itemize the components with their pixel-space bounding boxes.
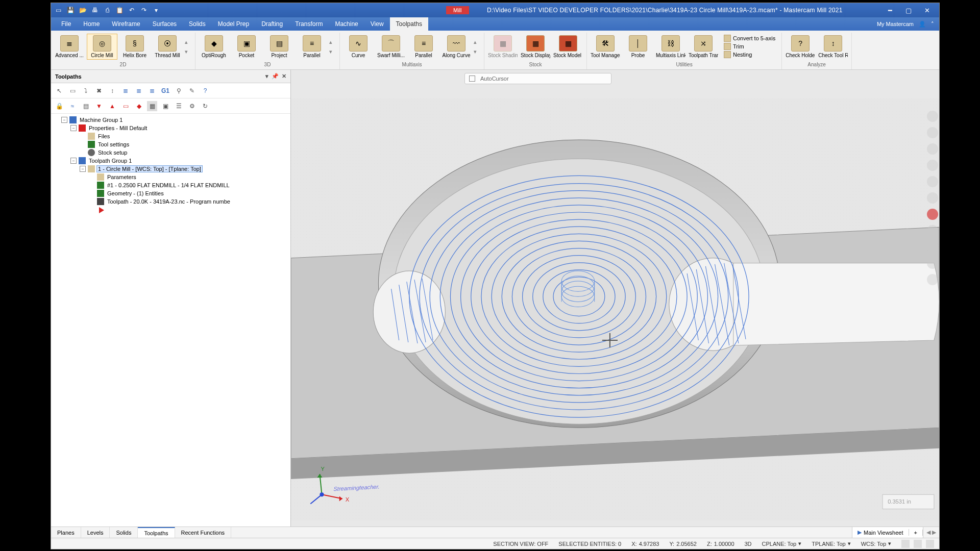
status-cplane[interactable]: CPLANE: Top bbox=[762, 541, 797, 547]
tool-manager-button[interactable]: 🛠Tool Manager bbox=[590, 34, 621, 60]
gutter-6-icon[interactable] bbox=[927, 192, 938, 204]
parallel-multi-button[interactable]: ≡Parallel bbox=[408, 34, 439, 60]
tab-transform[interactable]: Transform bbox=[289, 17, 329, 31]
snap-7-icon[interactable] bbox=[587, 75, 595, 82]
add-viewsheet-button[interactable]: + bbox=[909, 530, 923, 536]
status-icon-3[interactable] bbox=[926, 540, 934, 548]
optirough-button[interactable]: ◆OptiRough bbox=[199, 34, 229, 60]
minimize-button[interactable]: ━ bbox=[881, 7, 899, 14]
cursor-icon[interactable]: ↖ bbox=[54, 86, 64, 96]
snap-6-icon[interactable] bbox=[575, 75, 582, 82]
tree-properties[interactable]: Properties - Mill Default bbox=[88, 125, 148, 131]
3d-more-down-icon[interactable]: ▾ bbox=[329, 48, 336, 55]
screen-icon[interactable]: ⎙ bbox=[103, 6, 111, 14]
account-link[interactable]: My Mastercam bbox=[877, 21, 914, 27]
status-tplane[interactable]: TPLANE: Top bbox=[812, 541, 845, 547]
open-icon[interactable]: 📂 bbox=[79, 6, 87, 14]
stack-icon[interactable]: ▤ bbox=[81, 101, 91, 111]
delete-icon[interactable]: ✖ bbox=[94, 86, 104, 96]
rotate-icon[interactable]: ↻ bbox=[200, 101, 210, 111]
status-icon-2[interactable] bbox=[914, 540, 922, 548]
list-icon[interactable]: ☰ bbox=[174, 101, 184, 111]
gutter-2-icon[interactable] bbox=[927, 127, 938, 138]
sort-icon[interactable]: ≣ bbox=[120, 86, 131, 96]
convert-5axis-button[interactable]: Convert to 5-axis bbox=[724, 35, 775, 42]
sheet-next-icon[interactable]: ▶ bbox=[932, 529, 936, 536]
gutter-11-icon[interactable] bbox=[927, 274, 938, 285]
insert-marker-icon[interactable] bbox=[99, 207, 104, 213]
curve-button[interactable]: ∿Curve bbox=[343, 34, 374, 60]
status-z[interactable]: 1.00000 bbox=[714, 541, 734, 547]
move-icon[interactable]: ↕ bbox=[107, 86, 117, 96]
waves-icon[interactable]: ≈ bbox=[67, 101, 78, 111]
tree-operation[interactable]: 1 - Circle Mill - [WCS: Top] - [Tplane: … bbox=[97, 166, 202, 172]
project-button[interactable]: ▤Project bbox=[264, 34, 295, 60]
snap-8-icon[interactable] bbox=[600, 75, 607, 82]
tree-tool-settings[interactable]: Tool settings bbox=[97, 141, 130, 147]
up-icon[interactable]: ▲ bbox=[107, 101, 117, 111]
snap-1-icon[interactable] bbox=[514, 75, 521, 82]
tree-geometry[interactable]: Geometry - (1) Entities bbox=[106, 190, 165, 196]
tab-file[interactable]: File bbox=[55, 17, 77, 31]
panel-pin-icon[interactable]: 📌 bbox=[272, 73, 279, 80]
tab-planes[interactable]: Planes bbox=[51, 527, 81, 538]
status-x[interactable]: 4.97283 bbox=[639, 541, 659, 547]
ribbon-collapse-icon[interactable]: ˄ bbox=[931, 21, 934, 28]
snap-3-icon[interactable] bbox=[538, 75, 546, 82]
sort2-icon[interactable]: ≣ bbox=[134, 86, 144, 96]
tree-stock-setup[interactable]: Stock setup bbox=[97, 149, 128, 156]
advanced-button[interactable]: ≣Advanced ... bbox=[54, 34, 85, 60]
panel-close-icon[interactable]: ✕ bbox=[282, 73, 286, 80]
sort3-icon[interactable]: ≣ bbox=[147, 86, 157, 96]
chevron-down-icon[interactable]: ▾ bbox=[888, 540, 891, 547]
tab-solids[interactable]: Solids bbox=[183, 17, 212, 31]
insert-icon[interactable]: ⤵ bbox=[81, 86, 91, 96]
viewsheet-tab[interactable]: ▶Main Viewsheet bbox=[852, 529, 909, 536]
chevron-down-icon[interactable]: ▾ bbox=[848, 540, 851, 547]
tree-parameters[interactable]: Parameters bbox=[106, 174, 137, 180]
tab-toolpaths[interactable]: Toolpaths bbox=[390, 17, 428, 31]
edit-icon[interactable]: ✎ bbox=[187, 86, 197, 96]
2d-more-down-icon[interactable]: ▾ bbox=[185, 48, 192, 55]
status-mode[interactable]: 3D bbox=[745, 541, 752, 547]
snap-4-icon[interactable] bbox=[551, 75, 558, 82]
chevron-down-icon[interactable]: ▾ bbox=[798, 540, 801, 547]
tab-surfaces[interactable]: Surfaces bbox=[146, 17, 183, 31]
multi-more-up-icon[interactable]: ▴ bbox=[474, 39, 481, 45]
gutter-7-icon[interactable] bbox=[927, 209, 938, 220]
operations-tree[interactable]: −Machine Group 1 −Properties - Mill Defa… bbox=[51, 114, 290, 540]
down-icon[interactable]: ▼ bbox=[94, 101, 104, 111]
gutter-5-icon[interactable] bbox=[927, 176, 938, 187]
tab-view[interactable]: View bbox=[364, 17, 390, 31]
parallel-3d-button[interactable]: ≡Parallel bbox=[297, 34, 327, 60]
snap-5-icon[interactable] bbox=[563, 75, 570, 82]
check-tool-reach-button[interactable]: ↕Check Tool Reach bbox=[818, 34, 848, 60]
tab-home[interactable]: Home bbox=[77, 17, 106, 31]
snap-2-icon[interactable] bbox=[526, 75, 533, 82]
tab-drafting[interactable]: Drafting bbox=[255, 17, 289, 31]
viewport[interactable]: X Y Streamingteacher. 0.3531 in AutoCurs… bbox=[291, 70, 939, 549]
copy-icon[interactable]: ▣ bbox=[160, 101, 170, 111]
3d-more-up-icon[interactable]: ▴ bbox=[329, 39, 336, 45]
expand-icon[interactable]: − bbox=[61, 117, 67, 123]
gutter-8-icon[interactable] bbox=[927, 225, 938, 236]
redo-icon[interactable]: ↷ bbox=[140, 6, 148, 14]
maximize-button[interactable]: ▢ bbox=[899, 7, 918, 14]
expand-icon[interactable]: − bbox=[80, 166, 86, 172]
tab-wireframe[interactable]: Wireframe bbox=[106, 17, 146, 31]
gutter-10-icon[interactable] bbox=[927, 258, 938, 269]
tab-toolpaths2[interactable]: Toolpaths bbox=[138, 527, 175, 538]
2d-more-up-icon[interactable]: ▴ bbox=[185, 39, 192, 45]
check-holder-button[interactable]: ?Check Holder bbox=[785, 34, 816, 60]
panel-dropdown-icon[interactable]: ▾ bbox=[265, 73, 268, 80]
stock-shading-button[interactable]: ▦Stock Shading bbox=[487, 34, 518, 60]
select-icon[interactable]: ▭ bbox=[67, 86, 78, 96]
gutter-4-icon[interactable] bbox=[927, 160, 938, 171]
tab-solids2[interactable]: Solids bbox=[110, 527, 138, 538]
tab-levels[interactable]: Levels bbox=[81, 527, 110, 538]
status-section[interactable]: SECTION VIEW: OFF bbox=[493, 541, 548, 547]
tree-toolpath-group[interactable]: Toolpath Group 1 bbox=[88, 158, 133, 164]
gutter-1-icon[interactable] bbox=[927, 111, 938, 122]
g1-icon[interactable]: G1 bbox=[160, 86, 170, 96]
thread-mill-button[interactable]: ⦿Thread Mill bbox=[152, 34, 183, 60]
